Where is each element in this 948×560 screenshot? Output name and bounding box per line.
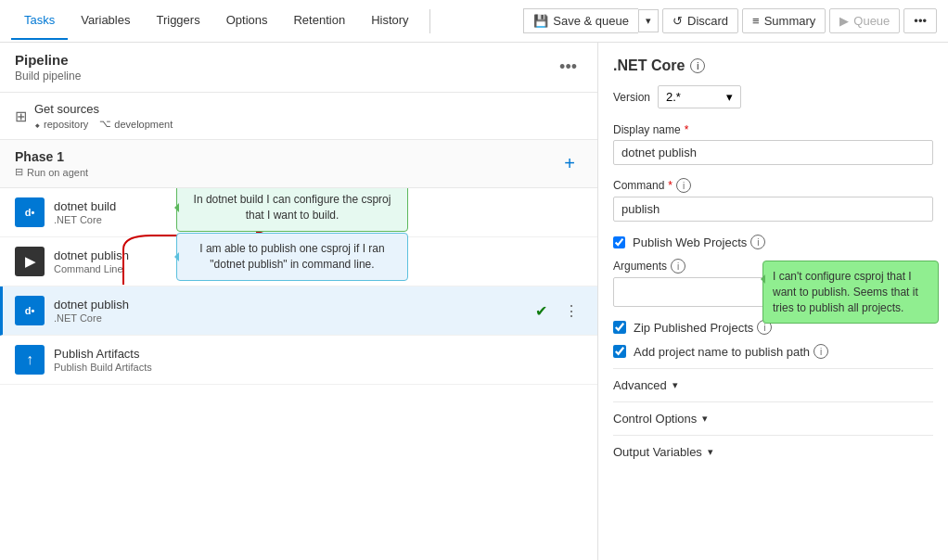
task-item-dotnet-build[interactable]: d• dotnet build .NET Core In dotnet buil…	[0, 188, 597, 237]
task-item-publish-artifacts[interactable]: ↑ Publish Artifacts Publish Build Artifa…	[0, 336, 597, 385]
get-sources-icon: ⊞	[15, 108, 27, 125]
publish-web-checkbox[interactable]	[613, 236, 625, 248]
summary-button[interactable]: ≡ Summary	[742, 8, 826, 33]
save-queue-dropdown[interactable]: ▾	[638, 9, 659, 32]
queue-icon: ▶	[839, 14, 849, 28]
pipeline-subtitle: Build pipeline	[15, 70, 81, 83]
save-queue-button[interactable]: 💾 Save & queue	[523, 8, 638, 33]
task-more-button[interactable]: ⋮	[560, 300, 583, 322]
advanced-chevron-icon: ▾	[673, 379, 678, 391]
task-name-dotnet-publish-net: dotnet publish	[54, 298, 526, 312]
task-sub-publish-artifacts: Publish Build Artifacts	[54, 362, 583, 373]
dotnet-publish-cmd-icon: ▶	[15, 247, 45, 276]
advanced-toggle[interactable]: Advanced ▾	[613, 368, 933, 401]
main-area: Pipeline Build pipeline ••• ⊞ Get source…	[0, 43, 948, 560]
pipeline-more-button[interactable]: •••	[554, 56, 583, 79]
phase-subtitle: ⊟ Run on agent	[15, 166, 88, 178]
task-list: d• dotnet build .NET Core In dotnet buil…	[0, 188, 597, 560]
display-name-field: Display name *	[613, 123, 933, 165]
tab-tasks[interactable]: Tasks	[11, 2, 68, 40]
add-project-name-checkbox[interactable]	[613, 345, 626, 358]
discard-icon: ↺	[673, 14, 683, 28]
task-name-publish-artifacts: Publish Artifacts	[54, 347, 583, 361]
pipeline-header: Pipeline Build pipeline •••	[0, 43, 597, 93]
publish-web-row: Publish Web Projects i	[613, 235, 933, 249]
callout-publish-cmd: I am able to publish one csproj if I ran…	[176, 233, 408, 281]
version-select[interactable]: 2.* ▾	[658, 85, 741, 108]
more-button[interactable]: •••	[903, 8, 937, 33]
phase-title: Phase 1	[15, 149, 88, 164]
pipeline-title: Pipeline	[15, 52, 81, 68]
display-name-required: *	[685, 123, 689, 136]
add-task-button[interactable]: +	[557, 151, 583, 176]
repo-icon: ⬥	[34, 119, 41, 130]
version-row: Version 2.* ▾	[613, 85, 933, 108]
divider	[429, 9, 430, 33]
tab-retention[interactable]: Retention	[280, 2, 358, 40]
dotnet-build-icon: d•	[15, 197, 45, 227]
net-core-info-icon[interactable]: i	[690, 58, 705, 73]
command-required: *	[668, 179, 673, 192]
right-panel: I can't configure csproj that I want to …	[598, 43, 948, 560]
repo-badge: ⬥ repository	[34, 118, 88, 130]
summary-icon: ≡	[752, 14, 760, 28]
command-input[interactable]	[613, 197, 933, 222]
command-info-icon[interactable]: i	[676, 178, 691, 193]
queue-button[interactable]: ▶ Queue	[829, 8, 900, 33]
output-variables-toggle[interactable]: Output Variables ▾	[613, 435, 933, 468]
left-panel: Pipeline Build pipeline ••• ⊞ Get source…	[0, 43, 598, 560]
get-sources-item[interactable]: ⊞ Get sources ⬥ repository ⌥ development	[0, 93, 597, 140]
tab-history[interactable]: History	[358, 2, 421, 40]
save-queue-group: 💾 Save & queue ▾	[523, 8, 659, 33]
version-label: Version	[613, 91, 650, 104]
zip-projects-checkbox[interactable]	[613, 321, 626, 334]
topbar-actions: 💾 Save & queue ▾ ↺ Discard ≡ Summary ▶ Q…	[523, 8, 937, 33]
phase-icon: ⊟	[15, 166, 23, 178]
branch-badge: ⌥ development	[99, 118, 173, 130]
display-name-input[interactable]	[613, 140, 933, 165]
tab-variables[interactable]: Variables	[68, 2, 143, 40]
add-project-info-icon[interactable]: i	[813, 344, 828, 359]
dotnet-publish-net-icon: d•	[15, 296, 45, 325]
version-chevron-icon: ▾	[726, 90, 733, 104]
control-options-toggle[interactable]: Control Options ▾	[613, 401, 933, 435]
tab-options[interactable]: Options	[213, 2, 281, 40]
output-variables-chevron-icon: ▾	[708, 446, 713, 458]
task-sub-dotnet-publish-net: .NET Core	[54, 312, 526, 324]
tab-triggers[interactable]: Triggers	[143, 2, 212, 40]
nav-tabs: Tasks Variables Triggers Options Retenti…	[11, 2, 422, 40]
publish-artifacts-icon: ↑	[15, 345, 45, 375]
command-field: Command * i	[613, 178, 933, 222]
control-options-chevron-icon: ▾	[702, 413, 708, 425]
task-check-icon: ✔	[535, 302, 547, 320]
callout-build: In dotnet build I can configure the cspr…	[176, 188, 408, 232]
task-item-dotnet-publish-net[interactable]: d• dotnet publish .NET Core ✔ ⋮	[0, 286, 597, 336]
right-callout: I can't configure csproj that I want to …	[762, 261, 939, 324]
publish-web-info-icon[interactable]: i	[750, 235, 765, 249]
branch-icon: ⌥	[99, 118, 111, 130]
add-project-name-row: Add project name to publish path i	[613, 344, 933, 359]
task-item-dotnet-publish-cmd[interactable]: ▶ dotnet publish Command Line I am able …	[0, 237, 597, 286]
phase-header: Phase 1 ⊟ Run on agent +	[0, 140, 597, 188]
get-sources-label: Get sources	[34, 102, 173, 116]
topbar: Tasks Variables Triggers Options Retenti…	[0, 0, 948, 43]
discard-button[interactable]: ↺ Discard	[662, 8, 738, 33]
arguments-info-icon[interactable]: i	[671, 259, 685, 274]
save-icon: 💾	[533, 14, 548, 28]
net-core-title: .NET Core i	[613, 57, 933, 74]
